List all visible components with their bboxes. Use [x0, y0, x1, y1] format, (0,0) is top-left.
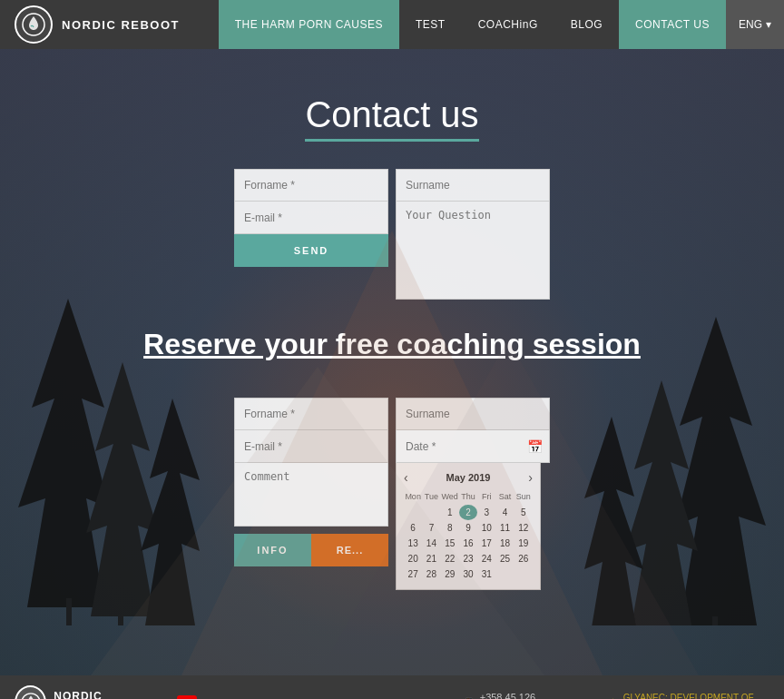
nav-test[interactable]: TEST: [399, 0, 462, 49]
footer-phone: 📱 +358 45 126 7744: [463, 692, 554, 699]
booking-comment-input[interactable]: [234, 463, 388, 527]
dev-icon: ✦: [608, 695, 619, 699]
nav-coaching[interactable]: COACHinG: [462, 0, 554, 49]
youtube-icon[interactable]: [177, 695, 197, 699]
brand: NORDIC REBOOT: [0, 5, 180, 44]
hero-section: Contact us SEND Reserve your free coachi…: [0, 49, 784, 675]
footer-dev: ✦ GLYANEC: DEVELOPMENT OF SITES: [608, 693, 769, 699]
brand-name: NORDIC REBOOT: [62, 18, 180, 32]
footer: NORDIC REBOOT ✉ sebastian.suchodolski@la…: [0, 675, 784, 699]
nav-harm[interactable]: THE HARM PORN CAUSES: [219, 0, 399, 49]
chevron-down-icon: ▾: [766, 18, 771, 31]
calendar-icon[interactable]: 📅: [527, 439, 543, 454]
nav-links: THE HARM PORN CAUSES TEST COACHinG BLOG …: [219, 0, 784, 49]
footer-brand: NORDIC REBOOT: [15, 685, 150, 699]
footer-logo: [15, 685, 46, 699]
mountain-bg: [0, 49, 784, 675]
nav-contact[interactable]: CONTACT US: [619, 0, 726, 49]
nav-lang[interactable]: ENG ▾: [726, 0, 784, 49]
footer-brand-name: NORDIC REBOOT: [54, 690, 150, 699]
brand-logo: [15, 5, 53, 44]
nav-blog[interactable]: BLOG: [554, 0, 619, 49]
navbar: NORDIC REBOOT THE HARM PORN CAUSES TEST …: [0, 0, 784, 49]
